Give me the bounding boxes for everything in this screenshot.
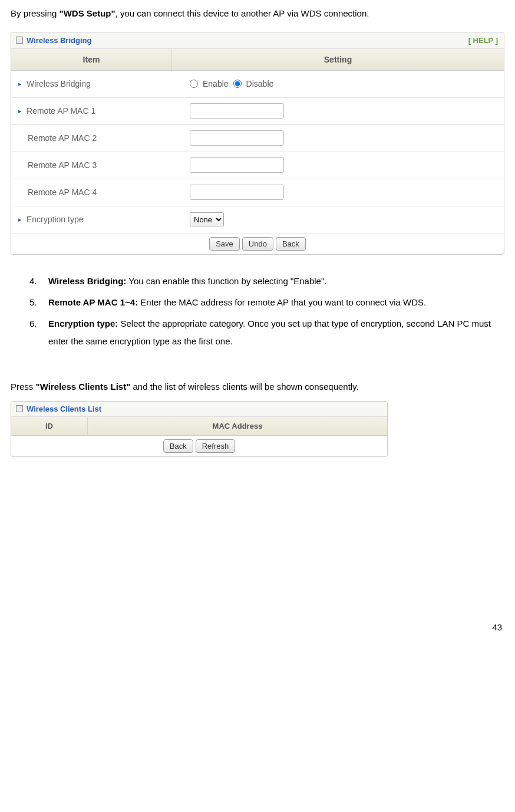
label-enable: Enable bbox=[203, 79, 229, 88]
list-content: Remote AP MAC 1~4: Enter the MAC address… bbox=[48, 294, 504, 311]
input-mac3[interactable] bbox=[190, 157, 284, 173]
panel-title-wrap: Wireless Bridging bbox=[16, 36, 91, 45]
setting-bridging: Enable Disable bbox=[172, 75, 504, 92]
setting-mac3 bbox=[172, 154, 504, 176]
col-header-mac: MAC Address bbox=[88, 417, 387, 435]
press-paragraph: Press "Wireless Clients List" and the li… bbox=[11, 380, 504, 394]
label-mac3: Remote AP MAC 3 bbox=[11, 154, 172, 176]
setting-encryption: None bbox=[172, 209, 504, 230]
list-content: Wireless Bridging: You can enable this f… bbox=[48, 272, 504, 290]
label-text: Wireless Bridging bbox=[27, 79, 91, 88]
undo-button[interactable]: Undo bbox=[242, 237, 273, 251]
panel-icon bbox=[16, 405, 23, 412]
row-wireless-bridging: ▸ Wireless Bridging Enable Disable bbox=[11, 71, 504, 98]
list-text: You can enable this function by selectin… bbox=[126, 276, 326, 286]
input-mac2[interactable] bbox=[190, 130, 284, 146]
button-row: Save Undo Back bbox=[11, 234, 504, 254]
label-text: Encryption type bbox=[27, 215, 84, 224]
panel-icon bbox=[16, 37, 23, 44]
label-wireless-bridging: ▸ Wireless Bridging bbox=[11, 73, 172, 94]
refresh-button[interactable]: Refresh bbox=[196, 439, 236, 453]
list-num: 5. bbox=[29, 294, 41, 311]
page-number: 43 bbox=[11, 622, 504, 632]
setting-mac1 bbox=[172, 100, 504, 122]
row-mac4: Remote AP MAC 4 bbox=[11, 179, 504, 206]
col-header-setting: Setting bbox=[172, 49, 504, 70]
label-encryption: ▸ Encryption type bbox=[11, 209, 172, 230]
list-bold: Encryption type: bbox=[48, 318, 118, 328]
label-disable: Disable bbox=[246, 79, 274, 88]
save-button[interactable]: Save bbox=[209, 237, 240, 251]
label-mac1: ▸ Remote AP MAC 1 bbox=[11, 100, 172, 121]
label-text: Remote AP MAC 4 bbox=[28, 188, 97, 197]
list-num: 6. bbox=[29, 315, 41, 350]
label-mac4: Remote AP MAC 4 bbox=[11, 182, 172, 203]
panel-title-text: Wireless Bridging bbox=[27, 36, 91, 45]
row-encryption: ▸ Encryption type None bbox=[11, 206, 504, 234]
back-button[interactable]: Back bbox=[163, 439, 193, 453]
table-header-row: ID MAC Address bbox=[11, 417, 387, 436]
press-suffix: and the list of wireless clients will be… bbox=[130, 382, 358, 392]
label-mac2: Remote AP MAC 2 bbox=[11, 127, 172, 149]
panel-header: Wireless Bridging [ HELP ] bbox=[11, 32, 504, 49]
label-text: Remote AP MAC 2 bbox=[28, 133, 97, 143]
intro-bold: "WDS Setup" bbox=[60, 8, 115, 18]
row-mac1: ▸ Remote AP MAC 1 bbox=[11, 98, 504, 125]
setting-mac4 bbox=[172, 181, 504, 203]
col-header-item: Item bbox=[11, 49, 172, 70]
intro-suffix: , you can connect this device to another… bbox=[115, 8, 369, 18]
input-mac1[interactable] bbox=[190, 103, 284, 119]
arrow-icon: ▸ bbox=[18, 107, 23, 115]
panel-header: Wireless Clients List bbox=[11, 402, 387, 417]
row-mac3: Remote AP MAC 3 bbox=[11, 152, 504, 179]
wireless-clients-panel: Wireless Clients List ID MAC Address Bac… bbox=[11, 401, 388, 457]
select-encryption[interactable]: None bbox=[190, 212, 224, 226]
press-prefix: Press bbox=[11, 382, 36, 392]
list-bold: Wireless Bridging: bbox=[48, 276, 126, 286]
list-item-6: 6. Encryption type: Select the appropria… bbox=[29, 315, 504, 350]
label-text: Remote AP MAC 3 bbox=[28, 160, 97, 170]
radio-enable[interactable] bbox=[190, 80, 198, 88]
row-mac2: Remote AP MAC 2 bbox=[11, 125, 504, 152]
wireless-bridging-panel: Wireless Bridging [ HELP ] Item Setting … bbox=[11, 32, 504, 255]
list-item-5: 5. Remote AP MAC 1~4: Enter the MAC addr… bbox=[29, 294, 504, 311]
list-num: 4. bbox=[29, 272, 41, 290]
press-bold: "Wireless Clients List" bbox=[36, 382, 131, 392]
arrow-icon: ▸ bbox=[18, 216, 23, 223]
label-text: Remote AP MAC 1 bbox=[27, 106, 95, 116]
panel-title-text: Wireless Clients List bbox=[27, 405, 101, 413]
setting-mac2 bbox=[172, 127, 504, 149]
col-header-id: ID bbox=[11, 417, 88, 435]
list-bold: Remote AP MAC 1~4: bbox=[48, 297, 138, 307]
list-text: Enter the MAC address for remote AP that… bbox=[138, 297, 426, 307]
panel-title-wrap: Wireless Clients List bbox=[16, 405, 101, 413]
radio-disable[interactable] bbox=[233, 80, 242, 88]
input-mac4[interactable] bbox=[190, 185, 284, 200]
list-item-4: 4. Wireless Bridging: You can enable thi… bbox=[29, 272, 504, 290]
intro-prefix: By pressing bbox=[11, 8, 60, 18]
button-row: Back Refresh bbox=[11, 436, 387, 456]
table-header-row: Item Setting bbox=[11, 49, 504, 71]
arrow-icon: ▸ bbox=[18, 80, 23, 88]
help-link[interactable]: [ HELP ] bbox=[468, 36, 498, 45]
list-content: Encryption type: Select the appropriate … bbox=[48, 315, 504, 350]
intro-paragraph: By pressing "WDS Setup", you can connect… bbox=[11, 6, 504, 21]
numbered-list: 4. Wireless Bridging: You can enable thi… bbox=[29, 272, 504, 350]
back-button[interactable]: Back bbox=[276, 237, 306, 251]
